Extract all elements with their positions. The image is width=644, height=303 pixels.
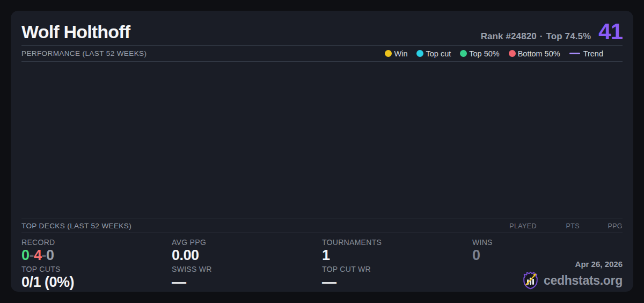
legend-item-top50: Top 50% — [460, 49, 499, 58]
legend-label: Top 50% — [469, 49, 499, 58]
rank-number: Rank #24820 — [481, 31, 537, 41]
legend-item-win: Win — [385, 49, 407, 58]
win-dot-icon — [385, 50, 392, 57]
legend-label: Win — [394, 49, 407, 58]
legend-label: Top cut — [426, 49, 451, 58]
stat-top-cut-wr: TOP CUT WR — — [322, 265, 472, 292]
player-stats-card: Wolf Holthoff Rank #24820·Top 74.5% 41 P… — [11, 11, 633, 292]
card-header: Wolf Holthoff Rank #24820·Top 74.5% 41 — [21, 11, 623, 45]
rank-summary: Rank #24820·Top 74.5% 41 — [481, 21, 623, 42]
tournaments-value: 1 — [322, 248, 472, 263]
top-cut-dot-icon — [416, 50, 423, 57]
score-value: 41 — [598, 21, 623, 42]
stat-label: TOURNAMENTS — [322, 238, 472, 247]
performance-chart-empty — [21, 62, 623, 219]
stat-record: RECORD 0-4-0 — [21, 238, 172, 265]
record-separator: - — [30, 247, 34, 263]
stat-label: SWISS WR — [172, 265, 322, 273]
chart-legend: Win Top cut Top 50% Bottom 50% Trend — [385, 49, 603, 58]
card-footer: Apr 26, 2026 cedhstats.org — [521, 259, 623, 291]
rank-line: Rank #24820·Top 74.5% — [481, 31, 591, 42]
legend-label: Trend — [583, 49, 603, 58]
stat-top-cuts: TOP CUTS 0/1 (0%) — [21, 265, 172, 292]
record-wins: 0 — [21, 247, 30, 263]
performance-section-title: PERFORMANCE (LAST 52 WEEKS) — [21, 49, 147, 57]
stat-label: TOP CUTS — [21, 265, 172, 273]
top50-dot-icon — [460, 50, 467, 57]
record-losses: 4 — [34, 247, 42, 263]
stat-swiss-wr: SWISS WR — — [172, 265, 322, 292]
top-percent: Top 74.5% — [546, 31, 591, 41]
stats-grid: RECORD 0-4-0 AVG PPG 0.00 TOURNAMENTS 1 … — [21, 233, 623, 292]
stat-label: RECORD — [21, 238, 172, 247]
performance-header-row: PERFORMANCE (LAST 52 WEEKS) Win Top cut … — [21, 46, 623, 61]
record-value: 0-4-0 — [21, 248, 172, 263]
generated-date: Apr 26, 2026 — [521, 259, 623, 269]
legend-item-top-cut: Top cut — [416, 49, 451, 58]
column-header-ppg: PPG — [580, 222, 623, 230]
legend-item-trend: Trend — [569, 49, 603, 58]
top-cuts-value: 0/1 (0%) — [21, 275, 172, 290]
stat-label: WINS — [472, 238, 623, 247]
brand-name: cedhstats.org — [544, 273, 623, 288]
avg-ppg-value: 0.00 — [172, 248, 322, 263]
trend-line-icon — [569, 53, 580, 54]
column-header-pts: PTS — [537, 222, 580, 230]
column-header-played: PLAYED — [494, 222, 537, 230]
stat-tournaments: TOURNAMENTS 1 — [322, 238, 472, 265]
legend-label: Bottom 50% — [518, 49, 560, 58]
record-draws: 0 — [46, 247, 54, 263]
record-separator: - — [42, 247, 47, 263]
cedhstats-shield-logo-icon — [521, 270, 540, 291]
top-decks-header-row: TOP DECKS (LAST 52 WEEKS) PLAYED PTS PPG — [21, 219, 623, 233]
top-cut-wr-value: — — [322, 275, 472, 290]
player-name: Wolf Holthoff — [21, 22, 130, 42]
rank-separator: · — [540, 31, 543, 41]
legend-item-bottom50: Bottom 50% — [509, 49, 560, 58]
stat-avg-ppg: AVG PPG 0.00 — [172, 238, 322, 265]
top-decks-section-title: TOP DECKS (LAST 52 WEEKS) — [21, 222, 131, 230]
stat-label: TOP CUT WR — [322, 265, 472, 273]
bottom50-dot-icon — [509, 50, 516, 57]
stat-label: AVG PPG — [172, 238, 322, 247]
top-decks-columns: PLAYED PTS PPG — [494, 222, 623, 230]
brand-row: cedhstats.org — [521, 270, 623, 291]
swiss-wr-value: — — [172, 275, 322, 290]
